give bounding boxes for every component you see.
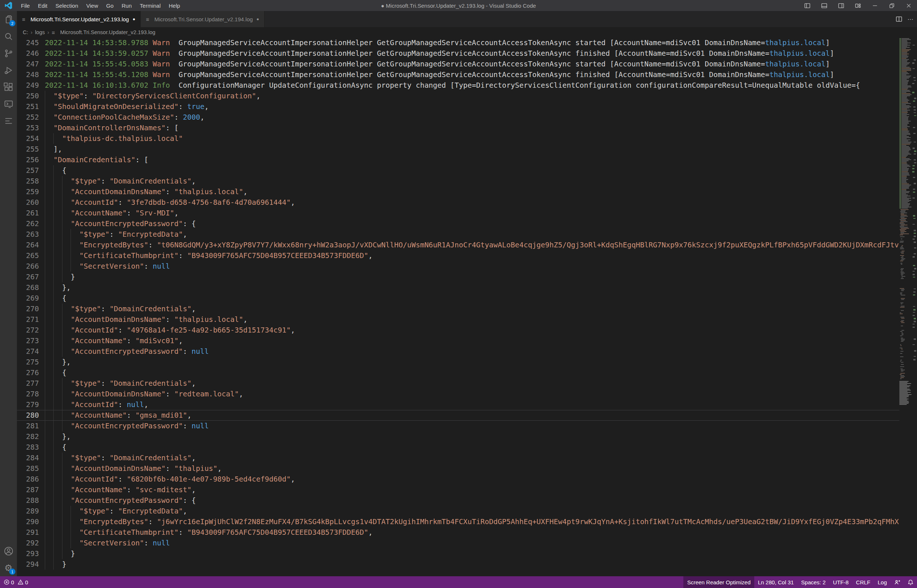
split-editor-icon[interactable] — [896, 16, 902, 23]
remote-explorer-icon[interactable] — [0, 95, 17, 112]
line-number[interactable]: 265 — [17, 250, 39, 261]
line-number[interactable]: 262 — [17, 218, 39, 229]
modified-dot-icon[interactable]: ● — [133, 16, 135, 22]
restore-icon[interactable] — [883, 0, 900, 11]
code-line[interactable]: 253 "DomainControllerDnsNames": [ — [17, 123, 899, 133]
line-number[interactable]: 259 — [17, 186, 39, 197]
line-number[interactable]: 270 — [17, 304, 39, 314]
line-number[interactable]: 268 — [17, 282, 39, 293]
line-number[interactable]: 276 — [17, 367, 39, 378]
status-item-log[interactable]: Log — [874, 576, 891, 588]
menu-go[interactable]: Go — [102, 0, 118, 11]
line-number[interactable]: 261 — [17, 208, 39, 218]
line-number[interactable]: 256 — [17, 155, 39, 165]
code-line[interactable]: 2462022-11-14 14:53:59.0257 Warn GroupMa… — [17, 48, 899, 59]
explorer-icon[interactable]: 2 — [0, 11, 17, 28]
line-number[interactable]: 280 — [17, 410, 39, 421]
line-number[interactable]: 278 — [17, 389, 39, 399]
line-number[interactable]: 246 — [17, 48, 39, 59]
menu-view[interactable]: View — [82, 0, 102, 11]
code-line[interactable]: 252 "ConnectionPoolCacheMaxSize": 2000, — [17, 112, 899, 123]
code-line[interactable]: 282 }, — [17, 431, 899, 442]
code-line[interactable]: 268 }, — [17, 282, 899, 293]
code-line[interactable]: 263 "$type": "EncryptedData", — [17, 229, 899, 240]
notifications-bell-icon[interactable] — [904, 576, 917, 588]
line-number[interactable]: 294 — [17, 559, 39, 570]
line-number[interactable]: 245 — [17, 37, 39, 48]
code-line[interactable]: 254 "thalpius-dc.thalpius.local" — [17, 133, 899, 144]
code-line[interactable]: 262 "AccountEncryptedPassword": { — [17, 218, 899, 229]
line-number[interactable]: 283 — [17, 442, 39, 452]
code-line[interactable]: 293 } — [17, 548, 899, 559]
line-number[interactable]: 287 — [17, 485, 39, 495]
line-number[interactable]: 277 — [17, 378, 39, 389]
code-line[interactable]: 276 { — [17, 367, 899, 378]
code-line[interactable]: 290 "EncryptedBytes": "j6wYrc16eIpWjUhCl… — [17, 517, 899, 527]
search-icon[interactable] — [0, 28, 17, 45]
line-number[interactable]: 291 — [17, 527, 39, 538]
line-number[interactable]: 249 — [17, 80, 39, 90]
status-item-ln-280-col-31[interactable]: Ln 280, Col 31 — [754, 576, 798, 588]
line-number[interactable]: 254 — [17, 133, 39, 144]
line-number[interactable]: 266 — [17, 261, 39, 271]
code-line[interactable]: 271 "AccountDomainDnsName": "thalpius.lo… — [17, 314, 899, 325]
layout-panel-icon[interactable] — [816, 0, 833, 11]
line-number[interactable]: 286 — [17, 474, 39, 485]
code-line[interactable]: 270 "$type": "DomainCredentials", — [17, 304, 899, 314]
line-number[interactable]: 257 — [17, 165, 39, 176]
more-actions-icon[interactable]: ⋯ — [907, 16, 913, 23]
extensions-icon[interactable] — [0, 79, 17, 95]
status-item-utf-8[interactable]: UTF-8 — [829, 576, 852, 588]
line-number[interactable]: 281 — [17, 421, 39, 431]
minimize-icon[interactable] — [866, 0, 883, 11]
code-line[interactable]: 256 "DomainCredentials": [ — [17, 155, 899, 165]
menu-run[interactable]: Run — [118, 0, 136, 11]
code-line[interactable]: 273 "AccountName": "mdiSvc01", — [17, 336, 899, 346]
status-item-screen-reader-optimized[interactable]: Screen Reader Optimized — [683, 576, 754, 588]
layout-sidebar-right-icon[interactable] — [833, 0, 849, 11]
line-number[interactable]: 272 — [17, 325, 39, 336]
customize-layout-icon[interactable] — [849, 0, 866, 11]
code-line[interactable]: 291 "CertificateThumbprint": "B943009F76… — [17, 527, 899, 538]
code-line[interactable]: 288 "AccountEncryptedPassword": { — [17, 495, 899, 506]
code-line[interactable]: 255 ], — [17, 144, 899, 155]
code-line[interactable]: 281 "AccountEncryptedPassword": null — [17, 421, 899, 431]
code-line[interactable]: 272 "AccountId": "49768a14-fe25-4a92-b66… — [17, 325, 899, 336]
line-number[interactable]: 285 — [17, 463, 39, 474]
line-number[interactable]: 269 — [17, 293, 39, 304]
feedback-icon[interactable] — [891, 576, 904, 588]
tab-updater-v2-194[interactable]: ≡ Microsoft.Tri.Sensor.Updater_v2.194.lo… — [141, 11, 264, 27]
menu-edit[interactable]: Edit — [34, 0, 52, 11]
code-line[interactable]: 264 "EncryptedBytes": "t06N8GdQM/y3+xY8Z… — [17, 240, 899, 250]
code-line[interactable]: 294 } — [17, 559, 899, 570]
line-number[interactable]: 274 — [17, 346, 39, 357]
line-number[interactable]: 288 — [17, 495, 39, 506]
code-line[interactable]: 274 "AccountEncryptedPassword": null — [17, 346, 899, 357]
line-number[interactable]: 264 — [17, 240, 39, 250]
line-number[interactable]: 253 — [17, 123, 39, 133]
code-line[interactable]: 260 "AccountId": "3fe7dbdb-d658-4756-8af… — [17, 197, 899, 208]
code-line[interactable]: 286 "AccountId": "6820bf6b-401e-4e07-989… — [17, 474, 899, 485]
editor-lines[interactable]: 2452022-11-14 14:53:58.9788 Warn GroupMa… — [17, 37, 899, 570]
line-number[interactable]: 260 — [17, 197, 39, 208]
layout-sidebar-icon[interactable] — [799, 0, 816, 11]
run-debug-icon[interactable] — [0, 61, 17, 79]
problems-status[interactable]: 0 0 — [0, 576, 28, 588]
code-line-current[interactable]: 280 "AccountName": "gmsa_mdi01", — [17, 410, 899, 421]
line-number[interactable]: 282 — [17, 431, 39, 442]
code-line[interactable]: 275 }, — [17, 357, 899, 367]
menu-selection[interactable]: Selection — [52, 0, 82, 11]
line-number[interactable]: 258 — [17, 176, 39, 186]
code-line[interactable]: 2452022-11-14 14:53:58.9788 Warn GroupMa… — [17, 37, 899, 48]
line-number[interactable]: 289 — [17, 506, 39, 517]
code-line[interactable]: 261 "AccountName": "Srv-MDI", — [17, 208, 899, 218]
code-line[interactable]: 251 "ShouldMigrateOnDeserialized": true, — [17, 101, 899, 112]
status-item-crlf[interactable]: CRLF — [852, 576, 874, 588]
code-line[interactable]: 266 "SecretVersion": null — [17, 261, 899, 271]
code-line[interactable]: 2492022-11-14 16:10:13.6702 Info Configu… — [17, 80, 899, 90]
line-number[interactable]: 292 — [17, 538, 39, 548]
breadcrumb-drive[interactable]: C: — [23, 29, 28, 35]
breadcrumb-folder[interactable]: logs — [35, 29, 45, 35]
line-number[interactable]: 290 — [17, 517, 39, 527]
code-line[interactable]: 289 "$type": "EncryptedData", — [17, 506, 899, 517]
